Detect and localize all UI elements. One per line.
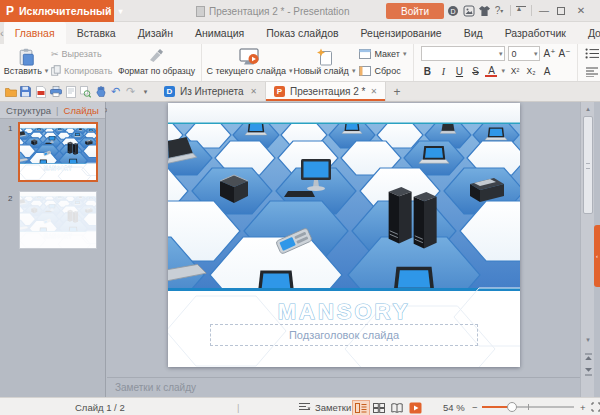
slide-1-thumbnail[interactable] bbox=[18, 122, 98, 182]
zoom-slider[interactable] bbox=[482, 406, 574, 408]
copy-button[interactable]: Копировать bbox=[51, 65, 112, 76]
vertical-scrollbar[interactable]: ▴ ▾ bbox=[580, 102, 594, 397]
italic-button[interactable]: I bbox=[437, 66, 449, 77]
maximize-icon bbox=[557, 7, 565, 15]
collapse-ribbon-button[interactable] bbox=[514, 3, 528, 18]
layout-button[interactable]: Макет ▾ bbox=[359, 49, 406, 59]
reading-view-button[interactable] bbox=[388, 400, 406, 415]
superscript-button[interactable]: X² bbox=[509, 66, 521, 76]
print-preview-button[interactable] bbox=[64, 85, 77, 99]
play-from-current-button[interactable]: С текущего слайда▾ bbox=[206, 46, 292, 79]
format-painter-button[interactable]: Формат по образцу bbox=[115, 46, 197, 79]
zoom-minus-icon: − bbox=[472, 402, 478, 413]
doc-tab-from-internet[interactable]: D Из Интернета ✕ bbox=[156, 82, 266, 101]
font-name-combobox[interactable]: ▾ bbox=[421, 46, 505, 61]
notes-placeholder-text: Заметки к слайду bbox=[115, 382, 196, 393]
slide-canvas[interactable]: Подзаголовок слайда bbox=[168, 103, 520, 367]
help-menu-button[interactable]: ? ▾ bbox=[492, 3, 506, 18]
save-button[interactable] bbox=[19, 85, 32, 99]
redo-button[interactable]: ↷ bbox=[124, 85, 137, 99]
reset-button[interactable]: Сброс bbox=[359, 66, 406, 76]
tab-view[interactable]: Вид bbox=[453, 22, 494, 44]
chevron-down-icon: ▾ bbox=[144, 88, 148, 96]
notes-pane[interactable]: Заметки к слайду bbox=[107, 377, 580, 397]
clear-format-button[interactable]: A bbox=[541, 66, 553, 77]
font-size-combobox[interactable]: 0▾ bbox=[508, 46, 540, 61]
status-bar: Слайд 1 / 2 | Заметки 54 % − + bbox=[0, 397, 600, 415]
cut-button[interactable]: ✂ Вырезать bbox=[51, 49, 112, 59]
tab-slides[interactable]: Слайды bbox=[64, 105, 99, 116]
print-button[interactable] bbox=[49, 85, 62, 99]
docer-icon[interactable]: D bbox=[446, 3, 460, 18]
scroll-down-button[interactable]: ▾ bbox=[581, 334, 595, 346]
new-slide-button[interactable]: Новый слайд▾ bbox=[292, 46, 356, 79]
tab-home[interactable]: Главная bbox=[4, 22, 66, 44]
chevron-down-icon: ▾ bbox=[352, 67, 356, 75]
app-menu-button[interactable]: P Исключительный ▾ bbox=[0, 0, 114, 22]
next-slide-button[interactable] bbox=[582, 365, 594, 378]
strikethrough-button[interactable]: S bbox=[469, 66, 481, 77]
close-tab-icon[interactable]: ✕ bbox=[370, 87, 377, 96]
close-tab-icon[interactable]: ✕ bbox=[250, 87, 257, 96]
tab-extras[interactable]: Дополнительные возможности bbox=[577, 22, 600, 44]
side-panel-handle[interactable]: ‹ bbox=[594, 225, 600, 287]
zoom-level-display[interactable]: 54 % bbox=[443, 398, 465, 415]
tab-insert[interactable]: Вставка bbox=[66, 22, 127, 44]
gallery-icon[interactable] bbox=[462, 3, 476, 18]
paste-icon bbox=[17, 48, 36, 66]
subtitle-placeholder[interactable]: Подзаголовок слайда bbox=[210, 324, 478, 346]
underline-button[interactable]: U bbox=[453, 66, 465, 77]
zoom-out-button[interactable]: − bbox=[472, 398, 478, 415]
slide-2-thumbnail[interactable] bbox=[20, 192, 96, 248]
fit-to-window-button[interactable] bbox=[591, 398, 600, 415]
quick-access-more-button[interactable]: ▾ bbox=[139, 85, 152, 99]
align-left-button[interactable] bbox=[585, 67, 599, 77]
tab-animation[interactable]: Анимация bbox=[184, 22, 255, 44]
subtitle-placeholder-text: Подзаголовок слайда bbox=[289, 329, 399, 341]
chevron-down-icon: ▾ bbox=[501, 67, 505, 75]
zoom-in-button[interactable]: + bbox=[580, 398, 586, 415]
export-pdf-button[interactable] bbox=[34, 85, 47, 99]
maximize-button[interactable] bbox=[554, 3, 568, 18]
panel-tabs: Структура | Слайды ✕ bbox=[0, 102, 105, 119]
slide-2-number: 2 bbox=[8, 194, 12, 203]
decrease-font-button[interactable]: A⁻ bbox=[558, 48, 570, 59]
zoom-slider-thumb[interactable] bbox=[507, 402, 517, 412]
increase-font-button[interactable]: A⁺ bbox=[543, 48, 555, 59]
panel-collapse-icon: ‹ bbox=[596, 253, 598, 259]
chevron-down-icon: ▾ bbox=[403, 50, 407, 58]
minimize-button[interactable]: — bbox=[537, 3, 551, 18]
reset-icon bbox=[359, 66, 371, 76]
scroll-up-button[interactable]: ▴ bbox=[581, 103, 595, 115]
wps-presentation-icon: P bbox=[274, 86, 285, 97]
tab-outline[interactable]: Структура bbox=[6, 105, 51, 116]
new-document-tab-button[interactable]: + bbox=[386, 82, 408, 101]
notes-toggle-button[interactable]: Заметки bbox=[298, 398, 351, 415]
redo-icon: ↷ bbox=[126, 85, 135, 98]
login-button[interactable]: Войти bbox=[386, 3, 444, 19]
tab-developer[interactable]: Разработчик bbox=[494, 22, 577, 44]
minimize-icon: — bbox=[539, 5, 549, 16]
slide-sorter-view-button[interactable] bbox=[370, 400, 388, 415]
open-file-button[interactable] bbox=[4, 85, 17, 99]
scroll-up-icon: ▴ bbox=[586, 105, 590, 113]
scrollbar-thumb[interactable] bbox=[583, 116, 593, 214]
skin-icon[interactable] bbox=[477, 3, 491, 18]
close-button[interactable]: ✕ bbox=[574, 3, 588, 18]
play-slideshow-button[interactable] bbox=[406, 400, 424, 415]
normal-view-button[interactable] bbox=[352, 400, 370, 415]
previous-slide-button[interactable] bbox=[582, 350, 594, 363]
doc-tab-presentation2[interactable]: P Презентация 2 * ✕ bbox=[266, 82, 386, 101]
subscript-button[interactable]: X₂ bbox=[525, 66, 537, 76]
preview-button[interactable] bbox=[79, 85, 92, 99]
bold-button[interactable]: B bbox=[421, 66, 433, 77]
hand-tool-button[interactable] bbox=[94, 85, 107, 99]
paste-button[interactable]: Вставить▾ bbox=[4, 46, 48, 79]
close-icon: ✕ bbox=[577, 5, 585, 16]
bullet-list-button[interactable] bbox=[585, 48, 600, 59]
font-color-button[interactable]: A bbox=[485, 66, 497, 77]
undo-button[interactable]: ↶ bbox=[109, 85, 122, 99]
tab-review[interactable]: Рецензирование bbox=[350, 22, 453, 44]
tab-design[interactable]: Дизайн bbox=[127, 22, 184, 44]
tab-slideshow[interactable]: Показ слайдов bbox=[255, 22, 349, 44]
